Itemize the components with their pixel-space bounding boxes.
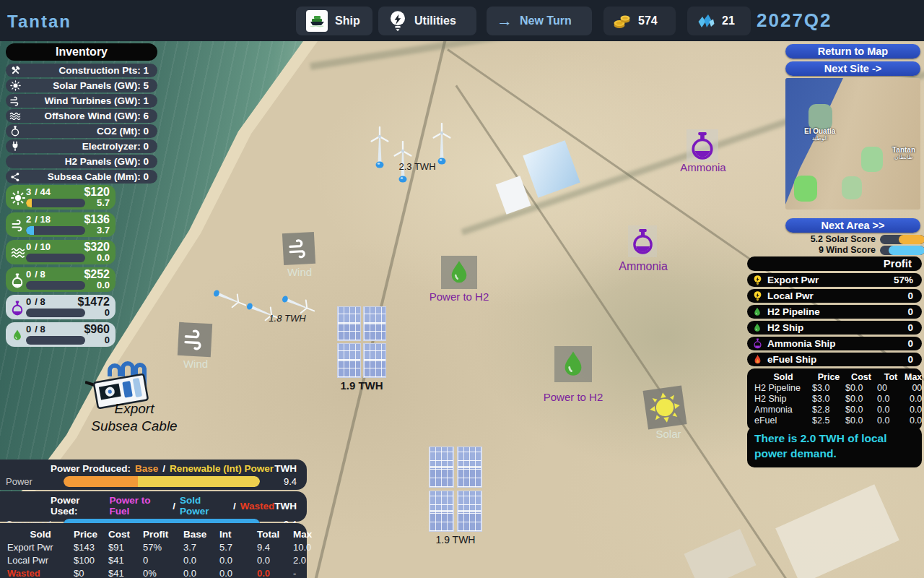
minimap[interactable]: El Ouatiaالوطية Tantanطانطان xyxy=(785,78,920,210)
resource-cap: / 8 xyxy=(35,269,45,280)
solar-site-label: Solar xyxy=(648,428,689,440)
table-cell: 0.0 xyxy=(905,405,922,415)
profit-row-label: eFuel Ship xyxy=(767,354,816,365)
table-cell: 5.7 xyxy=(219,542,257,553)
solar-site-marker[interactable] xyxy=(643,386,687,430)
table-cell: 00 xyxy=(905,383,922,393)
minimap-city-label: El Ouatiaالوطية xyxy=(804,127,835,142)
column-header: Cost xyxy=(108,529,143,540)
minimap-site-blob[interactable] xyxy=(794,176,817,202)
next-area-button[interactable]: Next Area >> xyxy=(785,218,920,233)
ammonia-marker[interactable] xyxy=(687,129,718,163)
resource-offshore-wind[interactable]: 0/ 10$320 0.0 xyxy=(6,240,116,264)
return-to-map-button[interactable]: Return to Map xyxy=(785,44,920,59)
inventory-item-subsea-cable[interactable]: Subsea Cable (Mm): 0 xyxy=(6,170,157,184)
wind-score-label: 9 Wind Score xyxy=(767,245,876,255)
table-cell: 0.0 xyxy=(877,394,905,404)
table-cell: $41 xyxy=(108,555,143,566)
resource-cap: / 8 xyxy=(35,296,45,307)
power-used-panel: Power Used: Power to Fuel / Sold Power /… xyxy=(0,491,307,522)
separator: / xyxy=(233,501,236,512)
inventory-item-h2-panels[interactable]: H2 Panels (GW): 0 xyxy=(6,155,157,168)
profit-row-label: Export Pwr xyxy=(767,275,819,285)
wind-site-marker[interactable] xyxy=(282,232,315,265)
resource-price: $120 xyxy=(84,186,110,199)
inventory-item-label: CO2 (Mt): 0 xyxy=(25,126,157,137)
inventory-item-label: Wind Turbines (GW): 1 xyxy=(25,95,157,106)
new-turn-button[interactable]: → New Turn xyxy=(487,7,592,35)
power-to-h2-label: Power to H2 xyxy=(537,391,609,403)
inventory-item-label: H2 Panels (GW): 0 xyxy=(25,156,157,167)
separator: / xyxy=(162,463,165,474)
minimap-site-blob[interactable] xyxy=(842,176,862,199)
table-cell: 0.0 xyxy=(219,555,257,566)
column-header: Sold xyxy=(754,372,812,382)
resource-ammonia[interactable]: 0/ 8$1472 0 xyxy=(6,295,116,319)
inventory-item-construction[interactable]: Construction Pts: 1 xyxy=(6,64,157,77)
resource-h2[interactable]: 0/ 8$960 0 xyxy=(6,322,116,347)
table-cell: $100 xyxy=(74,555,108,566)
wind-turbine-tilted-marker[interactable] xyxy=(240,293,284,329)
power-to-h2-marker[interactable] xyxy=(441,256,477,289)
h2-droplet-icon xyxy=(558,349,588,379)
wind-site-marker[interactable] xyxy=(178,322,212,357)
resource-bar xyxy=(26,281,85,290)
table-cell: $3.0 xyxy=(812,394,845,404)
site-title: Tantan xyxy=(7,12,71,32)
column-header: Base xyxy=(183,529,219,540)
sold-power-legend: Sold Power xyxy=(180,495,229,517)
inventory-item-solar[interactable]: Solar Panels (GW): 5 xyxy=(6,79,157,92)
table-cell: $0 xyxy=(74,568,108,578)
profit-row-label: H2 Ship xyxy=(767,322,803,333)
table-cell: 0.0 xyxy=(905,415,922,426)
resource-bar xyxy=(26,309,85,317)
wind-icon xyxy=(182,327,208,353)
wind-score: 9 Wind Score xyxy=(767,245,924,255)
solar-farm[interactable] xyxy=(337,306,386,378)
cable-icon xyxy=(6,172,25,182)
resource-count: 0 xyxy=(26,296,31,307)
export-label: Subsea Cable xyxy=(69,418,199,434)
separator: / xyxy=(173,501,175,512)
power-to-h2-marker[interactable] xyxy=(554,346,592,382)
utilities-button[interactable]: Utilities xyxy=(378,7,476,35)
resource-h2-flask[interactable]: 0/ 8$252 0.0 xyxy=(6,267,116,292)
waves-icon xyxy=(11,246,25,260)
power-to-fuel-legend: Power to Fuel xyxy=(110,495,169,517)
ammonia-marker[interactable] xyxy=(628,225,657,257)
column-header: Cost xyxy=(845,372,877,382)
inventory-item-wind[interactable]: Wind Turbines (GW): 1 xyxy=(6,94,157,108)
next-site-button[interactable]: Next Site -> xyxy=(785,61,920,76)
resource-solar[interactable]: 3/ 44$120 5.7 xyxy=(6,185,116,210)
solar-score-bar xyxy=(880,235,924,244)
inventory-item-electrolyzer[interactable]: Electrolyzer: 0 xyxy=(6,139,157,153)
table-cell: 0.0 xyxy=(877,415,905,426)
resource-bar xyxy=(26,336,85,345)
profit-row-local-pwr[interactable]: Local Pwr 0 xyxy=(747,289,922,303)
resource-price: $320 xyxy=(84,241,110,254)
minimap-site-blob[interactable] xyxy=(808,104,832,130)
profit-row-h2-pipeline[interactable]: H2 Pipeline 0 xyxy=(747,305,922,319)
table-cell: 0.0 xyxy=(905,394,922,404)
ship-button[interactable]: Ship xyxy=(296,7,372,35)
solar-farm[interactable] xyxy=(429,447,482,532)
profit-row-export-pwr[interactable]: Export Pwr 57% xyxy=(747,273,922,287)
inventory-item-co2[interactable]: CO2 (Mt): 0 xyxy=(6,124,157,138)
wind-icon xyxy=(11,218,25,233)
coins-value: 574 xyxy=(638,14,658,27)
profit-row-efuel-ship[interactable]: eFuel Ship 0 xyxy=(747,353,922,366)
inventory-header: Inventory xyxy=(6,43,157,61)
resource-price: $1472 xyxy=(78,296,110,309)
h2-droplet-icon xyxy=(11,328,24,342)
twh-label: 2.3 TWH xyxy=(388,161,446,172)
profit-row-h2-ship[interactable]: H2 Ship 0 xyxy=(747,321,922,335)
resource-wind[interactable]: 2/ 18$136 3.7 xyxy=(6,212,116,237)
table-cell: Ammonia xyxy=(754,405,812,415)
profit-row-value: 0 xyxy=(907,322,922,333)
profit-row-ammonia-ship[interactable]: Ammonia Ship 0 xyxy=(747,337,922,350)
table-cell: 2.0 xyxy=(293,555,325,566)
inventory-item-offshore-wind[interactable]: Offshore Wind (GW): 6 xyxy=(6,109,157,123)
new-turn-label: New Turn xyxy=(520,14,572,27)
wind-site-label: Wind xyxy=(280,266,319,278)
minimap-site-blob[interactable] xyxy=(861,147,883,172)
